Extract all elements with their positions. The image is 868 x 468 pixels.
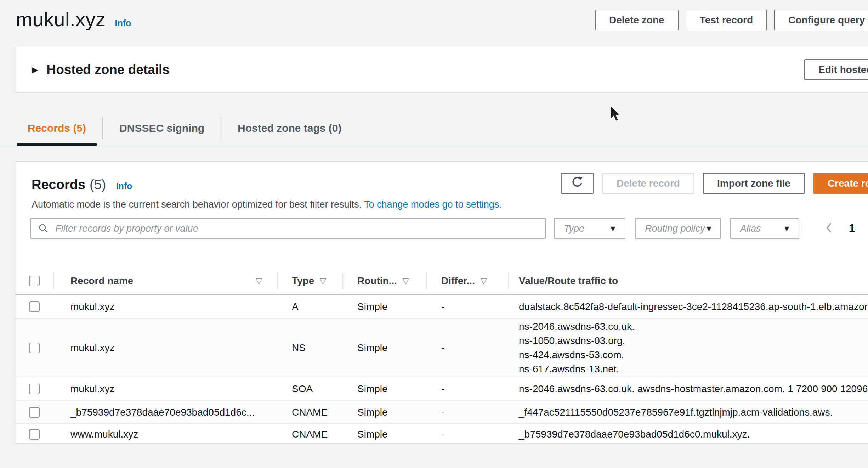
tab-separator [221,117,221,139]
record-value-cell: dualstack.8c542fa8-default-ingressec-3ce… [508,300,868,314]
column-header-type[interactable]: Type ▽ [277,268,342,294]
record-value-cell: _f447ac521115550d05237e785967e91f.tgztln… [508,405,868,419]
records-info-link[interactable]: Info [116,181,132,191]
sort-icon[interactable]: ▽ [320,276,326,286]
tab-hosted-zone-tags[interactable]: Hosted zone tags (0) [227,111,352,146]
create-record-button[interactable]: Create record [813,173,868,194]
search-icon [38,223,49,234]
column-header-routing-policy[interactable]: Routin... ▽ [342,268,426,294]
table-row: _b75939d7e378daae70e93bad05d1d6c... CNAM… [15,401,868,424]
records-subtitle: Automatic mode is the current search beh… [32,199,502,210]
record-type-cell: SOA [277,383,342,395]
differentiator-cell: - [426,429,508,440]
record-name-cell: _b75939d7e378daae70e93bad05d1d6c... [53,407,277,418]
filter-records-input[interactable] [49,219,545,238]
records-filter [30,218,546,239]
table-header-row: Record name ▽ Type ▽ Routin... ▽ Differ.… [15,268,868,295]
type-filter-label: Type [555,223,584,234]
column-header-record-name[interactable]: Record name ▽ [53,268,277,294]
record-value-cell: ns-2046.awsdns-63.co.uk. awsdns-hostmast… [508,382,868,396]
header-actions: Delete zone Test record Configure query … [595,10,868,30]
chevron-down-icon: ▼ [705,224,721,233]
row-checkbox[interactable] [29,343,40,353]
test-record-button[interactable]: Test record [686,10,767,30]
routing-policy-filter-label: Routing policy [636,223,705,234]
records-count: (5) [90,177,106,192]
hosted-zone-details-card: ▶ Hosted zone details Edit hosted zone [15,47,868,92]
hosted-zone-details-toggle[interactable]: ▶ Hosted zone details [15,62,170,77]
type-filter-dropdown[interactable]: Type ▼ [554,218,625,239]
routing-policy-cell: Simple [342,407,426,418]
differentiator-cell: - [426,407,508,418]
records-subtitle-text: Automatic mode is the current search beh… [32,199,362,210]
tab-records[interactable]: Records (5) [17,111,97,146]
edit-hosted-zone-button[interactable]: Edit hosted zone [804,59,868,80]
record-value-cell: _b75939d7e378daae70e93bad05d1d6c0.mukul.… [508,427,868,441]
route53-hosted-zone-page: mukul.xyz Info Delete zone Test record C… [0,0,868,468]
table-row: www.mukul.xyz CNAME Simple - _b75939d7e3… [15,424,868,444]
differentiator-cell: - [426,383,508,395]
record-type-cell: CNAME [277,429,342,440]
record-type-cell: NS [277,342,342,354]
row-checkbox[interactable] [29,429,40,440]
row-checkbox[interactable] [29,407,40,418]
sort-icon[interactable]: ▽ [256,276,262,286]
differentiator-cell: - [426,342,508,354]
select-all-checkbox[interactable] [29,276,40,286]
sort-icon[interactable]: ▽ [481,276,487,286]
refresh-button[interactable] [561,173,594,194]
record-name-cell: www.mukul.xyz [53,429,277,440]
routing-policy-filter-dropdown[interactable]: Routing policy ▼ [635,218,721,239]
routing-policy-cell: Simple [342,429,426,440]
delete-record-button[interactable]: Delete record [602,173,694,194]
chevron-down-icon: ▼ [609,224,625,233]
chevron-down-icon: ▼ [783,224,799,233]
expand-caret-icon: ▶ [32,65,38,75]
table-row: mukul.xyz A Simple - dualstack.8c542fa8-… [15,295,868,319]
mouse-cursor [607,105,623,125]
alias-filter-dropdown[interactable]: Alias ▼ [730,218,799,239]
table-row: mukul.xyz SOA Simple - ns-2046.awsdns-63… [15,377,868,401]
differentiator-cell: - [426,301,508,312]
records-card: Records (5) Info Automatic mode is the c… [15,161,868,444]
table-header-checkbox-cell [15,268,53,294]
record-type-cell: CNAME [277,407,342,418]
record-name-cell: mukul.xyz [53,383,277,395]
row-checkbox[interactable] [29,384,40,394]
pagination: 1 [826,218,855,239]
import-zone-file-button[interactable]: Import zone file [703,173,805,194]
configure-query-logging-button[interactable]: Configure query logging [774,10,868,30]
record-type-cell: A [277,301,342,312]
column-header-value: Value/Route traffic to [508,268,868,294]
tab-bar: Records (5) DNSSEC signing Hosted zone t… [17,111,352,146]
change-modes-link[interactable]: To change modes go to settings. [364,199,502,210]
records-heading: Records (5) Info [32,177,132,192]
routing-policy-cell: Simple [342,301,426,312]
tabs-divider [0,146,868,146]
tab-separator [102,117,103,139]
column-header-differentiator[interactable]: Differ... ▽ [426,268,508,294]
alias-filter-label: Alias [731,223,761,234]
current-page[interactable]: 1 [849,222,855,235]
previous-page-icon[interactable] [826,222,833,235]
records-table: Record name ▽ Type ▽ Routin... ▽ Differ.… [15,268,868,444]
delete-zone-button[interactable]: Delete zone [595,10,679,30]
page-title: mukul.xyz [16,8,106,31]
page-header: mukul.xyz Info [16,8,131,31]
row-checkbox[interactable] [29,301,40,312]
routing-policy-cell: Simple [342,383,426,395]
refresh-icon [571,176,584,191]
sort-icon[interactable]: ▽ [403,276,409,286]
records-title: Records [32,177,85,192]
hosted-zone-details-title: Hosted zone details [46,62,169,77]
page-info-link[interactable]: Info [115,18,131,28]
record-name-cell: mukul.xyz [53,342,277,354]
records-actions: Delete record Import zone file Create re… [561,173,868,194]
routing-policy-cell: Simple [342,342,426,354]
table-row: mukul.xyz NS Simple - ns-2046.awsdns-63.… [15,319,868,377]
tab-dnssec-signing[interactable]: DNSSEC signing [109,111,215,146]
record-value-cell: ns-2046.awsdns-63.co.uk. ns-1050.awsdns-… [508,320,868,376]
record-name-cell: mukul.xyz [53,301,277,312]
